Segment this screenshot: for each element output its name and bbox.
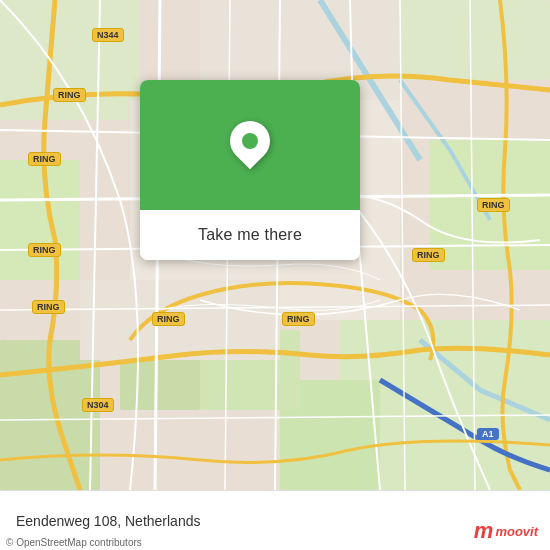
a1-label: A1 (477, 428, 499, 440)
moovit-brand-text: moovit (495, 524, 538, 539)
take-me-there-button[interactable]: Take me there (140, 210, 360, 260)
svg-rect-8 (380, 0, 550, 80)
address-text: Eendenweg 108, Netherlands (16, 513, 534, 529)
bottom-bar: Eendenweg 108, Netherlands © OpenStreetM… (0, 490, 550, 550)
ring-label-6: RING (282, 312, 315, 326)
moovit-m-icon: m (474, 520, 494, 542)
card-map-preview (140, 80, 360, 210)
osm-credit: © OpenStreetMap contributors (6, 537, 142, 548)
ring-label-3: RING (28, 243, 61, 257)
svg-rect-2 (0, 160, 80, 280)
n304-label: N304 (82, 398, 114, 412)
ring-label-2: RING (28, 152, 61, 166)
ring-label-4: RING (32, 300, 65, 314)
ring-label-5: RING (152, 312, 185, 326)
n344-label: N344 (92, 28, 124, 42)
moovit-logo: m moovit (474, 520, 538, 542)
map-container: RING RING RING RING RING RING RING RING … (0, 0, 550, 490)
location-pin (230, 121, 270, 169)
ring-label-8: RING (412, 248, 445, 262)
map-card: Take me there (140, 80, 360, 260)
ring-label-1: RING (53, 88, 86, 102)
ring-label-7: RING (477, 198, 510, 212)
